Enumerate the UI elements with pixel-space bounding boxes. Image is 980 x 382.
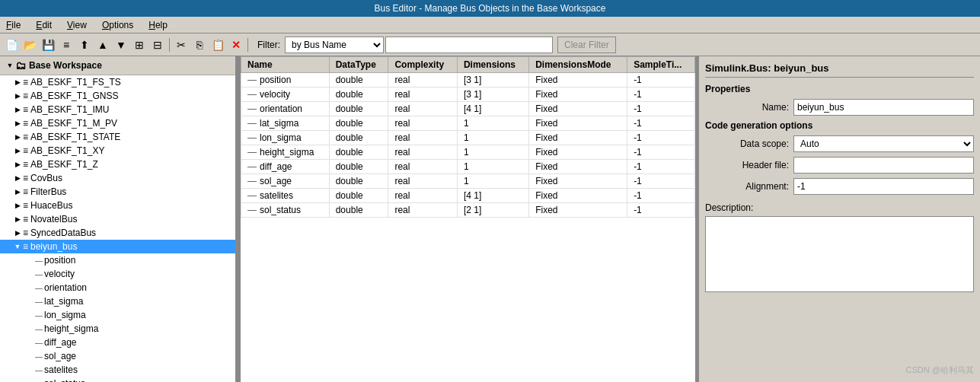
tree-item[interactable]: —orientation — [0, 281, 235, 294]
alignment-input[interactable] — [793, 178, 974, 195]
props-section-label: Properties — [705, 84, 974, 94]
delete-button[interactable]: ✕ — [228, 37, 244, 53]
save-button[interactable]: 💾 — [40, 37, 56, 53]
name-input[interactable] — [793, 99, 974, 116]
col-name[interactable]: Name — [241, 57, 330, 73]
tree-root[interactable]: ▼ 🗂 Base Workspace — [0, 56, 235, 75]
expand-icon[interactable]: ▶ — [12, 215, 23, 223]
row-dash: — — [247, 161, 257, 172]
tree-item[interactable]: ▶≡AB_ESKF_T1_M_PV — [0, 116, 235, 130]
dash-icon: — — [35, 256, 43, 265]
table-row[interactable]: —sol_status double real [2 1] Fixed -1 — [241, 203, 695, 218]
dash-icon: — — [35, 325, 43, 333]
table-row[interactable]: —velocity double real [3 1] Fixed -1 — [241, 88, 695, 102]
bus-icon: ≡ — [23, 214, 28, 224]
tree-item[interactable]: ▶≡NovatelBus — [0, 212, 235, 226]
tree-item[interactable]: —sol_age — [0, 349, 235, 363]
table-row[interactable]: —sol_age double real 1 Fixed -1 — [241, 174, 695, 189]
menu-options[interactable]: Options — [99, 18, 136, 32]
row-dash: — — [247, 205, 257, 215]
export-button[interactable]: ≡ — [58, 37, 75, 53]
paste-button[interactable]: 📋 — [209, 37, 226, 53]
col-dimensions[interactable]: Dimensions — [457, 57, 528, 73]
col-sampletime[interactable]: SampleTi... — [627, 57, 695, 73]
tree-item[interactable]: ▶≡HuaceBus — [0, 199, 235, 212]
col-datatype[interactable]: DataType — [329, 57, 388, 73]
tree-item[interactable]: —height_sigma — [0, 322, 235, 336]
expand-icon[interactable]: ▶ — [12, 188, 23, 196]
expand-icon[interactable]: ▶ — [12, 147, 23, 154]
tree-item[interactable]: —sol_status — [0, 377, 235, 382]
tree-item[interactable]: ▶≡CovBus — [0, 171, 235, 185]
table-row[interactable]: —height_sigma double real 1 Fixed -1 — [241, 145, 695, 160]
tree-item[interactable]: ▶≡AB_ESKF_T1_XY — [0, 144, 235, 158]
cut-button[interactable]: ✂ — [173, 37, 190, 53]
col-complexity[interactable]: Complexity — [388, 57, 458, 73]
bus-icon: ≡ — [23, 241, 28, 252]
tree-item[interactable]: ▶≡AB_ESKF_T1_IMU — [0, 103, 235, 116]
row-dash: — — [247, 75, 257, 85]
tree-item[interactable]: —diff_age — [0, 336, 235, 349]
data-scope-select[interactable]: Auto Exported Imported — [793, 135, 974, 152]
cell-datatype: double — [329, 160, 388, 174]
copy-button[interactable]: ⎘ — [191, 37, 208, 53]
menu-help[interactable]: Help — [145, 18, 171, 32]
tree-item[interactable]: ▼≡beiyun_bus — [0, 240, 235, 253]
tree-item[interactable]: —satelites — [0, 363, 235, 377]
description-textarea[interactable] — [705, 216, 974, 292]
expand-icon[interactable]: ▶ — [12, 119, 23, 127]
tree-item[interactable]: ▶≡AB_ESKF_T1_FS_TS — [0, 75, 235, 89]
tree-item-label: beiyun_bus — [30, 241, 77, 252]
tree-item[interactable]: —position — [0, 253, 235, 267]
tree-item[interactable]: —lon_sigma — [0, 308, 235, 322]
expand-icon[interactable]: ▶ — [12, 106, 23, 113]
filter-type-select[interactable]: by Bus Name by Element Name — [285, 37, 384, 53]
tree-item[interactable]: ▶≡AB_ESKF_T1_GNSS — [0, 89, 235, 103]
expand-icon[interactable]: ▼ — [12, 243, 23, 250]
root-expand-icon[interactable]: ▼ — [5, 62, 15, 69]
tree-item[interactable]: —velocity — [0, 267, 235, 281]
expand-icon[interactable]: ▶ — [12, 78, 23, 86]
tree-item[interactable]: ▶≡FilterBus — [0, 185, 235, 199]
grid-button[interactable]: ⊞ — [131, 37, 148, 53]
expand-icon[interactable]: ▶ — [12, 202, 23, 209]
expand-icon[interactable]: ▶ — [12, 161, 23, 168]
open-button[interactable]: 📂 — [21, 37, 38, 53]
menu-view[interactable]: View — [64, 18, 90, 32]
sep2 — [247, 38, 248, 52]
col-dimensionsmode[interactable]: DimensionsMode — [529, 57, 627, 73]
table-row[interactable]: —orientation double real [4 1] Fixed -1 — [241, 102, 695, 116]
table-row[interactable]: —position double real [3 1] Fixed -1 — [241, 73, 695, 88]
clear-filter-button[interactable]: Clear Filter — [557, 37, 616, 53]
new-button[interactable]: 📄 — [3, 37, 20, 53]
cell-sampletime: -1 — [627, 160, 695, 174]
menu-file[interactable]: File — [3, 18, 24, 32]
table-row[interactable]: —lat_sigma double real 1 Fixed -1 — [241, 116, 695, 131]
filter-input[interactable] — [385, 37, 553, 53]
expand-icon[interactable]: ▶ — [12, 133, 23, 141]
tree-item[interactable]: ▶≡AB_ESKF_T1_STATE — [0, 130, 235, 144]
table-row[interactable]: —satelites double real [4 1] Fixed -1 — [241, 189, 695, 203]
cell-datatype: double — [329, 189, 388, 203]
tree-item[interactable]: ▶≡SyncedDataBus — [0, 226, 235, 240]
expand-icon[interactable]: ▶ — [12, 174, 23, 182]
table-row[interactable]: —diff_age double real 1 Fixed -1 — [241, 160, 695, 174]
cell-name: —lat_sigma — [241, 116, 330, 131]
header-file-input[interactable] — [793, 157, 974, 173]
tree-item[interactable]: ▶≡AB_ESKF_T1_Z — [0, 158, 235, 171]
import-button[interactable]: ⬆ — [76, 37, 93, 53]
tree-item-label: AB_ESKF_T1_Z — [30, 159, 98, 170]
cell-datatype: double — [329, 131, 388, 145]
expand-icon[interactable]: ▶ — [12, 92, 23, 100]
move-up-button[interactable]: ▲ — [94, 37, 111, 53]
bus-icon: ≡ — [23, 159, 28, 170]
menu-edit[interactable]: Edit — [33, 18, 55, 32]
tree-item[interactable]: —lat_sigma — [0, 294, 235, 308]
table-row[interactable]: —lon_sigma double real 1 Fixed -1 — [241, 131, 695, 145]
bus-icon: ≡ — [23, 186, 28, 197]
dash-icon: — — [35, 380, 43, 383]
cell-dimensionsmode: Fixed — [529, 203, 627, 218]
expand-icon[interactable]: ▶ — [12, 229, 23, 237]
move-down-button[interactable]: ▼ — [113, 37, 129, 53]
list-button[interactable]: ⊟ — [149, 37, 166, 53]
